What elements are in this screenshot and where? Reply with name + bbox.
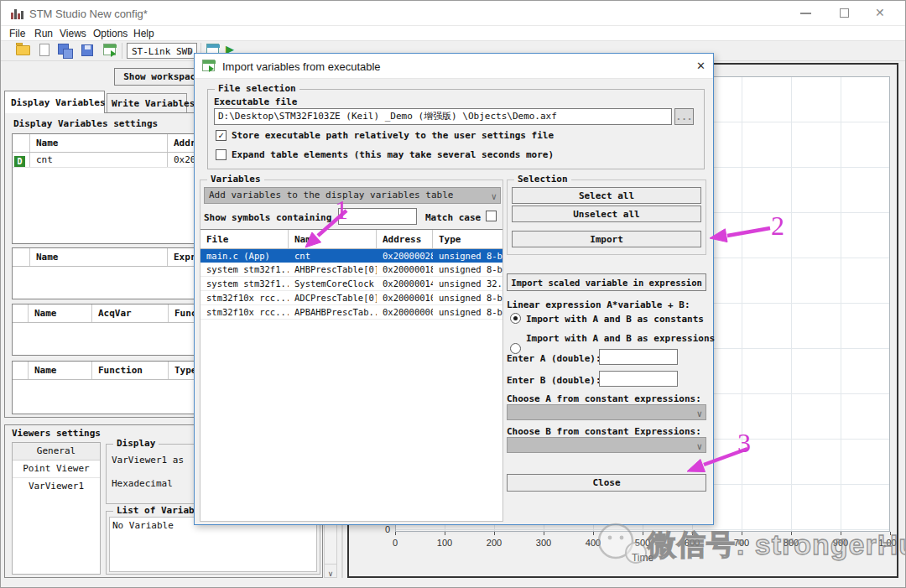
variables-group: Variables Add variables to the display v… (200, 180, 503, 522)
col-header[interactable]: Name (29, 365, 91, 376)
chevron-down-icon: ∨ (696, 407, 702, 420)
settings-title: Display Variables settings (13, 118, 158, 129)
symbol-row[interactable]: main.c (App) cnt 0x20000028 unsigned 8-b… (200, 249, 502, 263)
watermark-text: 微信号: strongerHuang (648, 526, 906, 565)
minimize-button[interactable] (800, 13, 811, 14)
filter-label: Show symbols containing ... (204, 212, 354, 223)
col-header[interactable]: Name (30, 252, 167, 263)
enter-b-input[interactable] (599, 371, 678, 387)
probe-select-value: ST-Link SWD (132, 46, 193, 57)
executable-file-label: Executable file (214, 96, 297, 107)
x-tick-label: 300 (536, 538, 551, 548)
wechat-logo-icon (584, 521, 647, 567)
viewers-title: Viewers settings (12, 428, 101, 439)
enter-a-input[interactable] (599, 349, 678, 365)
match-case-checkbox[interactable] (486, 211, 497, 221)
menu-help[interactable]: Help (133, 28, 154, 39)
choose-b-select[interactable]: ∨ (507, 437, 706, 453)
probe-select[interactable]: ST-Link SWD ∨ (127, 43, 197, 59)
x-tick-label: 200 (487, 538, 502, 548)
symbol-row[interactable]: stm32f10x_rcc.... ADCPrescTable[0] 0x200… (200, 291, 502, 305)
choose-a-select[interactable]: ∨ (507, 404, 706, 420)
window-title: STM Studio New config* (29, 8, 148, 20)
display-group-title: Display (113, 438, 159, 449)
radio-constants[interactable] (510, 313, 521, 324)
import-button[interactable]: Import (512, 231, 701, 247)
scroll-down-icon: ∨ (328, 570, 334, 578)
symbol-row[interactable]: system_stm32f1... SystemCoreClock 0x2000… (200, 277, 502, 291)
col-header[interactable]: Name (29, 308, 91, 319)
browse-button[interactable]: ... (674, 108, 694, 125)
app-window: STM Studio New config* ✕ File Run Views … (0, 0, 906, 588)
viewer-item-general[interactable]: General (13, 443, 100, 461)
choose-b-label: Choose B from constant Expressions: (507, 426, 701, 437)
dialog-title-bar: Import variables from executable ✕ (195, 54, 713, 79)
symbol-row[interactable]: system_stm32f1... AHBPrescTable[0] 0x200… (200, 263, 502, 277)
enter-a-label: Enter A (double): (507, 353, 601, 364)
import-mode-select[interactable]: Add variables to the display variables t… (204, 187, 501, 204)
dialog-close-icon[interactable]: ✕ (696, 60, 706, 72)
close-button[interactable]: ✕ (875, 6, 885, 19)
tab-write-variables[interactable]: Write Variables (107, 93, 187, 113)
display-as-label: VarViewer1 as (112, 455, 184, 466)
y-tick-label: 0 (385, 524, 390, 534)
dialog-icon (202, 60, 215, 71)
import-mode-value: Add variables to the display variables t… (209, 190, 453, 200)
menu-bar: File Run Views Options Help (1, 26, 905, 41)
import-scaled-button[interactable]: Import scaled variable in expression (507, 273, 706, 291)
file-selection-legend: File selection (215, 83, 299, 94)
watermark: 微信号: strongerHuang (584, 521, 906, 567)
viewers-nav: General Point Viewer VarViewer1 (12, 442, 101, 575)
display-format-value[interactable]: Hexadecimal (112, 478, 173, 489)
menu-file[interactable]: File (9, 28, 25, 39)
import-dialog: Import variables from executable ✕ File … (194, 53, 714, 525)
maximize-button[interactable] (840, 8, 849, 18)
new-config-icon[interactable] (39, 44, 49, 56)
select-all-button[interactable]: Select all (512, 187, 701, 204)
close-dialog-button[interactable]: Close (507, 474, 706, 492)
save-icon[interactable] (81, 44, 93, 56)
viewer-item-varviewer1[interactable]: VarViewer1 (13, 478, 100, 495)
x-tick-label: 0 (393, 538, 398, 548)
save-all-icon[interactable] (58, 44, 69, 55)
radio-constants-label: Import with A and B as constants (526, 314, 704, 325)
store-path-label: Store executable path relatively to the … (232, 130, 554, 141)
col-header-name[interactable]: Name (289, 234, 376, 245)
executable-path-input[interactable]: D:\Desktop\STM32F103ZE (Keil) _Demo (增强版… (214, 108, 672, 125)
x-tick-label: 100 (437, 538, 452, 548)
symbols-table: File Name Address Type main.c (App) cnt … (200, 229, 502, 521)
viewer-item-point-viewer[interactable]: Point Viewer (13, 461, 100, 478)
chevron-down-icon: ∨ (187, 45, 193, 56)
display-badge: D (14, 156, 25, 167)
app-logo-icon (11, 8, 24, 19)
col-header[interactable]: AcqVar (92, 308, 168, 319)
title-bar: STM Studio New config* ✕ (1, 1, 905, 26)
col-header[interactable]: Name (30, 138, 167, 148)
menu-run[interactable]: Run (34, 28, 53, 39)
dialog-title: Import variables from executable (222, 60, 381, 73)
choose-a-label: Choose A from constant expressions: (507, 393, 701, 404)
symbol-row[interactable]: stm32f10x_rcc.... APBAHBPrescTab... 0x20… (200, 305, 502, 320)
tab-display-variables[interactable]: Display Variables (4, 91, 105, 113)
unselect-all-button[interactable]: Unselect all (512, 206, 701, 222)
col-header-file[interactable]: File (200, 234, 288, 245)
expand-table-checkbox[interactable] (216, 149, 226, 160)
selection-legend: Selection (514, 174, 571, 185)
menu-options[interactable]: Options (93, 28, 128, 39)
var-name: cnt (30, 154, 167, 165)
open-config-icon[interactable] (16, 45, 30, 55)
linear-expression-label: Linear expression A*variable + B: (507, 299, 690, 310)
selection-group: Selection Select all Unselect all Import (507, 180, 706, 255)
filter-input[interactable] (338, 208, 417, 225)
col-header-type[interactable]: Type (433, 234, 502, 245)
menu-views[interactable]: Views (60, 28, 86, 39)
col-header-address[interactable]: Address (377, 234, 432, 245)
import-variables-icon[interactable] (103, 44, 116, 55)
chevron-down-icon: ∨ (491, 190, 497, 204)
no-variable-label: No Variable (112, 520, 174, 531)
store-path-checkbox[interactable]: ✓ (216, 130, 226, 141)
col-header[interactable]: Function (92, 365, 168, 376)
radio-expressions-label: Import with A and B as expressions (526, 333, 715, 344)
scroll-down-button[interactable]: ∨ (325, 564, 336, 577)
enter-b-label: Enter B (double): (507, 375, 601, 386)
